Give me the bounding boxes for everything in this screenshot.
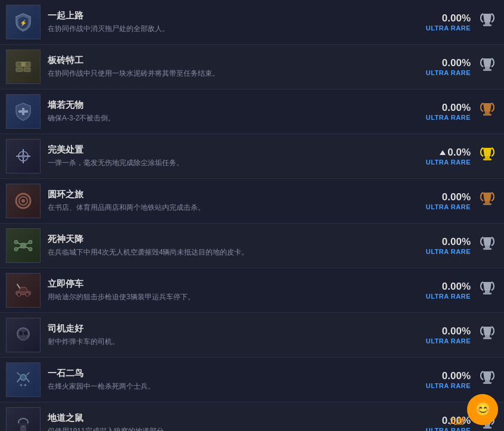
icon-inner xyxy=(7,95,40,128)
achievement-content: 一起上路 在协同作战中消灭拖尸处的全部敌人。 xyxy=(48,10,417,34)
achievement-desc: 在兵临城下中用4次无人机空袭摧毁4辆尚未抵达目的地的皮卡。 xyxy=(48,247,417,258)
achievement-rarity: ULTRA RARE xyxy=(426,69,471,76)
svg-rect-1 xyxy=(485,22,490,24)
achievement-stats: 0.00% ULTRA RARE xyxy=(417,325,471,345)
icon-inner: ✦✦ xyxy=(7,363,40,396)
achievement-rarity: ULTRA RARE xyxy=(426,382,471,389)
achievement-percent: 0.00% xyxy=(442,325,471,337)
achievement-rarity: ULTRA RARE xyxy=(426,203,471,210)
icon-inner xyxy=(7,408,40,431)
svg-rect-8 xyxy=(483,69,491,71)
achievement-percent: 0.00% xyxy=(442,281,471,293)
achievement-icon-ring xyxy=(6,184,41,218)
svg-rect-11 xyxy=(485,111,490,114)
achievement-icon-drone xyxy=(6,228,41,263)
svg-point-41 xyxy=(24,331,27,336)
achievement-icon-car xyxy=(6,273,41,308)
svg-rect-46 xyxy=(485,380,490,382)
icon-inner xyxy=(7,318,40,352)
icon-inner xyxy=(7,139,40,173)
achievement-content: 圆环之旅 在书店、体育用品商店和两个地铁站内完成击杀。 xyxy=(48,189,417,213)
svg-point-16 xyxy=(21,154,25,158)
trend-arrow-icon xyxy=(440,150,446,155)
svg-rect-47 xyxy=(483,382,491,384)
achievement-item-8: 司机走好 射中炸弹卡车的司机。 0.00% ULTRA RARE xyxy=(0,313,504,358)
achievement-rarity: ULTRA RARE xyxy=(426,114,471,121)
svg-point-32 xyxy=(29,247,32,251)
achievement-trophy-bronze xyxy=(477,102,498,121)
svg-point-31 xyxy=(14,247,18,251)
achievement-trophy-gold xyxy=(477,147,498,166)
achievement-desc: 仅使用1911完成深入狼窝的地道部分。 xyxy=(48,426,417,431)
achievement-title: 司机走好 xyxy=(48,323,417,334)
achievement-desc: 在协同作战中只使用一块水泥砖并将其带至任务结束。 xyxy=(48,69,417,79)
svg-text:✦✦: ✦✦ xyxy=(19,383,27,388)
svg-rect-18 xyxy=(483,159,491,160)
achievement-title: 圆环之旅 xyxy=(48,189,417,200)
achievement-stats: 0.00% ULTRA RARE xyxy=(417,13,471,32)
achievement-item-6: 死神天降 在兵临城下中用4次无人机空袭摧毁4辆尚未抵达目的地的皮卡。 0.00%… xyxy=(0,224,504,268)
achievement-rarity: ULTRA RARE xyxy=(426,159,471,166)
svg-rect-51 xyxy=(485,424,490,427)
achievement-desc: 在协同作战中消灭拖尸处的全部敌人。 xyxy=(48,24,417,34)
achievement-item-2: ▦ 板砖特工 在协同作战中只使用一块水泥砖并将其带至任务结束。 0.00% UL… xyxy=(0,45,504,89)
achievement-percent: 0.00% xyxy=(442,13,471,24)
svg-rect-12 xyxy=(483,114,491,116)
achievement-rarity: ULTRA RARE xyxy=(426,24,471,32)
svg-rect-52 xyxy=(483,427,491,429)
achievement-stats: 0.0% ULTRA RARE xyxy=(417,147,471,166)
svg-point-29 xyxy=(14,240,18,244)
achievement-trophy-silver xyxy=(477,236,498,255)
achievement-percent: 0.00% xyxy=(442,370,471,382)
achievement-icon-tunnel xyxy=(6,407,41,431)
achievement-desc: 用哈迪尔的狙击步枪迫使3辆装甲运兵车停下。 xyxy=(48,292,417,302)
achievement-content: 一石二鸟 在烽火家园中一枪杀死两个士兵。 xyxy=(48,368,417,392)
achievement-content: 墙若无物 确保A-3-2不被击倒。 xyxy=(48,100,417,123)
achievement-title: 死神天降 xyxy=(48,234,417,245)
svg-point-21 xyxy=(21,199,25,203)
achievement-content: 司机走好 射中炸弹卡车的司机。 xyxy=(48,323,417,347)
svg-rect-42 xyxy=(485,335,490,337)
icon-inner xyxy=(7,229,40,262)
icon-inner xyxy=(7,274,40,307)
achievement-desc: 在书店、体育用品商店和两个地铁站内完成击杀。 xyxy=(48,203,417,213)
icon-inner: ▦ xyxy=(7,50,40,83)
achievement-trophy-silver xyxy=(477,281,498,300)
achievement-icon-bird: ✦✦ xyxy=(6,362,41,397)
achievement-rarity: ULTRA RARE xyxy=(426,337,471,345)
achievement-item-10: 地道之鼠 仅使用1911完成深入狼窝的地道部分。 0.00% ULTRA RAR… xyxy=(0,402,504,431)
achievement-trophy-silver xyxy=(477,370,498,389)
svg-rect-34 xyxy=(483,248,491,250)
svg-rect-4 xyxy=(16,68,23,72)
achievement-stats: 0.00% ULTRA RARE xyxy=(417,370,471,389)
svg-rect-10 xyxy=(18,110,28,113)
achievement-stats: 0.00% ULTRA RARE xyxy=(417,281,471,300)
achievement-trophy-bronze xyxy=(477,191,498,210)
achievement-item-5: 圆环之旅 在书店、体育用品商店和两个地铁站内完成击杀。 0.00% ULTRA … xyxy=(0,179,504,224)
achievement-desc: 一弹一杀，毫发无伤地完成除尘涂垢任务。 xyxy=(48,158,417,168)
svg-rect-7 xyxy=(485,67,490,69)
achievement-item-1: ⚡ 一起上路 在协同作战中消灭拖尸处的全部敌人。 0.00% ULTRA RAR… xyxy=(0,0,504,45)
achievement-stats: 0.00% ULTRA RARE xyxy=(417,191,471,210)
achievement-desc: 在烽火家园中一枪杀死两个士兵。 xyxy=(48,382,417,392)
svg-point-40 xyxy=(19,331,23,336)
achievement-percent: 0.00% xyxy=(442,57,471,69)
achievement-trophy-silver xyxy=(477,325,498,345)
watermark-face: 😊 xyxy=(467,394,498,425)
achievement-desc: 确保A-3-2不被击倒。 xyxy=(48,113,417,123)
achievement-content: 死神天降 在兵临城下中用4次无人机空袭摧毁4辆尚未抵达目的地的皮卡。 xyxy=(48,234,417,258)
achievement-content: 地道之鼠 仅使用1911完成深入狼窝的地道部分。 xyxy=(48,413,417,431)
achievement-title: 墙若无物 xyxy=(48,100,417,111)
achievement-trophy-silver xyxy=(477,57,498,76)
svg-rect-23 xyxy=(483,203,491,205)
achievement-title: 地道之鼠 xyxy=(48,413,417,424)
achievement-item-7: 立即停车 用哈迪尔的狙击步枪迫使3辆装甲运兵车停下。 0.00% ULTRA R… xyxy=(0,268,504,313)
achievement-icon-brick: ▦ xyxy=(6,49,41,84)
achievement-icon-skull xyxy=(6,318,41,352)
svg-point-35 xyxy=(17,293,21,296)
svg-point-44 xyxy=(20,374,26,380)
achievement-stats: 0.00% ULTRA RARE xyxy=(417,236,471,255)
achievement-icon-target xyxy=(6,94,41,129)
svg-rect-17 xyxy=(485,156,490,159)
achievement-trophy-silver xyxy=(477,13,498,32)
